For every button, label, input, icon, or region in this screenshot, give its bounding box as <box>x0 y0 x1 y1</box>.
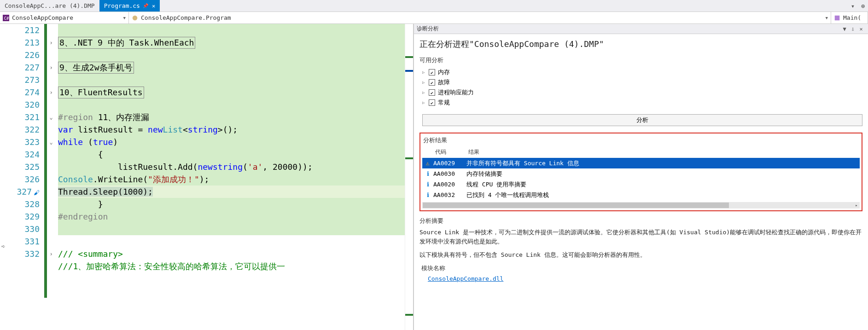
results-label: 分析结果 <box>423 136 860 145</box>
code-content[interactable]: 8、.NET 9 中的 Task.WhenEach 9、生成2w条手机号 10、… <box>58 24 405 330</box>
module-link[interactable]: ConsoleAppCompare.dll <box>428 275 862 282</box>
scroll-right-icon[interactable]: ▸ <box>853 202 860 208</box>
warning-icon: ⚠ <box>422 160 433 167</box>
analyzer-item[interactable]: ▷✔故障 <box>422 77 862 87</box>
analyzer-item[interactable]: ▷✔常规 <box>422 98 862 108</box>
code-line[interactable]: 8、.NET 9 中的 Task.WhenEach <box>58 36 405 49</box>
class-dropdown[interactable]: ConsoleAppCompare.Program ▼ <box>129 12 831 23</box>
code-line[interactable]: listRuesult.Add(new string('a', 20000)); <box>58 161 405 173</box>
result-text: 已找到 4 个唯一线程调用堆栈 <box>466 191 549 199</box>
tab-program-cs[interactable]: Program.cs 📌 ✕ <box>99 0 160 12</box>
analyzer-label: 进程响应能力 <box>438 88 474 97</box>
navigation-bar: C# ConsoleAppCompare ▼ ConsoleAppCompare… <box>0 12 868 24</box>
chevron-down-icon: ▼ <box>826 16 828 20</box>
horizontal-scrollbar[interactable]: ◂ ▸ <box>422 202 860 208</box>
code-line[interactable] <box>58 235 405 248</box>
code-line[interactable] <box>58 98 405 111</box>
analysis-results-block: 分析结果 代码 结果 ⚠AA0029并非所有符号都具有 Source Link … <box>419 133 862 211</box>
line-number: 325 <box>11 161 40 173</box>
pin-icon[interactable]: 📌 <box>143 3 148 8</box>
code-line[interactable]: } <box>58 198 405 210</box>
expand-icon[interactable]: ▷ <box>422 90 429 95</box>
code-line[interactable]: var listRuesult = new List<string>(); <box>58 123 405 136</box>
result-code: AA0032 <box>433 191 466 198</box>
code-line[interactable]: while (true) <box>58 136 405 148</box>
analyzer-item[interactable]: ▷✔内存 <box>422 67 862 77</box>
expand-region-icon[interactable]: › <box>49 40 52 46</box>
checkbox[interactable]: ✔ <box>429 69 435 75</box>
expand-icon[interactable]: ▷ <box>422 70 429 75</box>
line-number: 213 <box>11 36 40 49</box>
quick-action-icon[interactable]: 🖌 <box>34 189 40 196</box>
summary-text-1: Source Link 是一种技术，可为二进制文件提供一流的源调试体验。它使分析… <box>419 228 862 246</box>
code-line[interactable]: { <box>58 148 405 161</box>
result-row[interactable]: ℹAA0030内存转储摘要 <box>422 168 860 179</box>
collapse-region-icon[interactable]: ⌄ <box>49 114 52 121</box>
code-line[interactable]: 10、FluentResults <box>58 86 405 98</box>
code-line[interactable] <box>58 49 405 61</box>
line-number: 212 <box>11 24 40 36</box>
window-menu-dropdown[interactable]: ▼ <box>840 26 849 32</box>
tab-label: ConsoleAppC...are (4).DMP <box>5 2 95 9</box>
line-number: 331 <box>11 235 40 248</box>
line-number: 323 <box>11 136 40 148</box>
expand-icon[interactable]: ▷ <box>422 100 429 105</box>
code-line[interactable]: #endregion <box>58 210 405 223</box>
change-indicator <box>44 24 47 298</box>
close-icon[interactable]: ✕ <box>152 3 155 9</box>
chevron-down-icon: ▼ <box>123 16 126 20</box>
code-line[interactable]: ///1、加密哈希算法：安全性较高的哈希算法，它可以提供一 <box>58 260 405 272</box>
tab-promote-icon[interactable]: ⊕ <box>858 0 868 12</box>
result-code: AA0029 <box>433 160 466 167</box>
checkbox[interactable]: ✔ <box>429 99 435 106</box>
svg-rect-3 <box>835 15 840 20</box>
expand-region-icon[interactable]: › <box>49 251 52 257</box>
result-text: 并非所有符号都具有 Source Link 信息 <box>466 159 579 168</box>
line-number: 227 <box>11 61 40 74</box>
code-line[interactable] <box>58 223 405 235</box>
module-name-header: 模块名称 <box>421 264 862 272</box>
code-line[interactable] <box>58 74 405 86</box>
tab-dump-file[interactable]: ConsoleAppC...are (4).DMP <box>0 0 99 12</box>
checkbox[interactable]: ✔ <box>429 89 435 96</box>
line-number: 274 <box>11 86 40 98</box>
result-code: AA0020 <box>433 181 466 188</box>
close-icon[interactable]: ✕ <box>857 26 865 32</box>
line-number: 332 <box>11 248 40 260</box>
line-number: 273 <box>11 74 40 86</box>
svg-point-2 <box>133 15 138 20</box>
tab-overflow-dropdown[interactable]: ▾ <box>848 0 858 12</box>
result-row[interactable]: ℹAA0020线程 CPU 使用率摘要 <box>422 179 860 190</box>
scroll-thumb[interactable] <box>423 203 729 208</box>
expand-region-icon[interactable]: › <box>49 89 52 96</box>
pin-icon[interactable]: ⇩ <box>849 26 857 32</box>
code-line[interactable]: #region 11、内存泄漏 <box>58 111 405 123</box>
collapse-region-icon[interactable]: ⌄ <box>49 139 52 145</box>
code-line[interactable]: Thread.Sleep(1000); <box>58 185 405 198</box>
analyze-button[interactable]: 分析 <box>422 114 862 126</box>
overview-ruler[interactable] <box>405 24 413 330</box>
code-line[interactable] <box>58 24 405 36</box>
project-dropdown[interactable]: C# ConsoleAppCompare ▼ <box>0 12 129 23</box>
line-number: 321 <box>11 111 40 123</box>
info-icon: ℹ <box>422 181 433 188</box>
method-icon <box>834 15 840 21</box>
code-editor[interactable]: ➪ 21221322622727327432032132232332432532… <box>0 24 414 330</box>
checkbox[interactable]: ✔ <box>429 79 435 86</box>
code-line[interactable]: Console.WriteLine("添加成功！"); <box>58 173 405 185</box>
member-dropdown[interactable]: Main( <box>831 12 868 23</box>
analysis-heading: 正在分析进程"ConsoleAppCompare (4).DMP" <box>419 39 862 50</box>
analyzer-item[interactable]: ▷✔进程响应能力 <box>422 87 862 98</box>
line-number: 322 <box>11 123 40 136</box>
code-line[interactable]: 9、生成2w条手机号 <box>58 61 405 74</box>
expand-icon[interactable]: ▷ <box>422 80 429 85</box>
expand-region-icon[interactable]: › <box>49 64 52 71</box>
col-result-header: 结果 <box>468 148 479 156</box>
summary-label: 分析摘要 <box>419 217 862 225</box>
result-row[interactable]: ⚠AA0029并非所有符号都具有 Source Link 信息 <box>422 158 860 168</box>
diagnostics-panel: 诊断分析 ▼ ⇩ ✕ 正在分析进程"ConsoleAppCompare (4).… <box>414 24 868 330</box>
tab-label: Program.cs <box>104 2 140 9</box>
result-row[interactable]: ℹAA0032已找到 4 个唯一线程调用堆栈 <box>422 190 860 200</box>
code-line[interactable]: /// <summary> <box>58 248 405 260</box>
result-code: AA0030 <box>433 170 466 177</box>
